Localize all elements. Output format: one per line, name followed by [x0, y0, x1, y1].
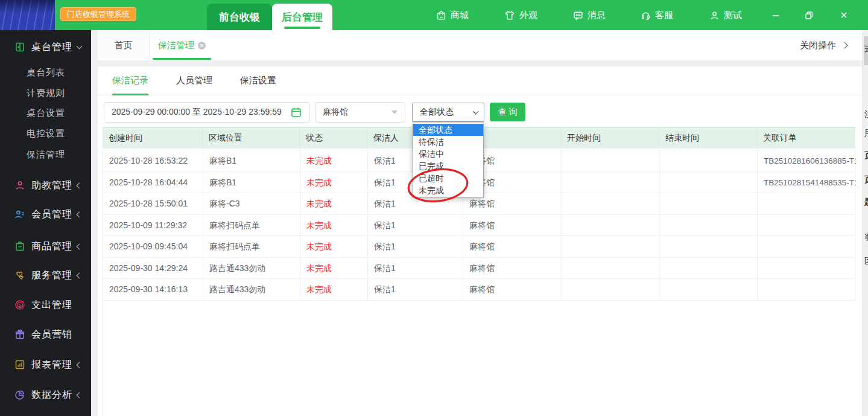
tab-back-admin-label: 后台管理 [282, 10, 323, 24]
sidebar-item-billing-rules[interactable]: 计费规则 [0, 83, 91, 103]
chevron-left-icon [77, 182, 83, 188]
dropdown-option[interactable]: 已完成 [413, 160, 483, 172]
tab-front-cashier[interactable]: 前台收银 [207, 4, 272, 30]
page-tabbar: 首页 保洁管理 关闭操作 [98, 30, 863, 60]
table-left-border-extension [103, 300, 103, 416]
appearance-icon [504, 10, 515, 21]
nav-messages-label: 消息 [588, 10, 606, 21]
dropdown-option[interactable]: 待保洁 [413, 136, 483, 148]
chevron-left-icon [77, 392, 83, 398]
table-icon [14, 42, 25, 53]
subtab-cleaning-settings[interactable]: 保洁设置 [240, 66, 276, 95]
nav-appearance[interactable]: 外观 [504, 0, 537, 30]
dropdown-option[interactable]: 已超时 [413, 172, 483, 184]
close-operations-button[interactable]: 关闭操作 [800, 30, 847, 60]
sidebar-item-table-settings[interactable]: 桌台设置 [0, 103, 91, 123]
nav-support[interactable]: 客服 [641, 0, 673, 30]
right-edge-clipped-window[interactable]: 式 注 用 页 页 题 客 区 [863, 33, 868, 416]
table-row: 2025-09-30 14:16:13路吉通433勿动未完成保洁1麻将馆 [103, 279, 855, 301]
tab-cleaning-manage[interactable]: 保洁管理 [150, 30, 214, 60]
nav-support-label: 客服 [655, 10, 673, 21]
nav-messages[interactable]: 消息 [573, 0, 606, 30]
window-minimize-button[interactable] [767, 0, 785, 30]
nav-mall[interactable]: 商城 [436, 0, 469, 30]
chevron-left-icon [77, 211, 83, 217]
window-restore-button[interactable] [800, 0, 818, 30]
table-row: 2025-09-30 14:29:24路吉通433勿动未完成保洁1麻将馆 [103, 258, 855, 280]
restore-icon [805, 11, 814, 20]
sidebar: 桌台管理 桌台列表 计费规则 桌台设置 电控设置 保洁管理 助教管理 会员管理 … [0, 30, 91, 416]
sidebar-item-report-manage[interactable]: 报表管理 [0, 354, 91, 375]
chevron-down-icon [473, 109, 479, 115]
dropdown-option[interactable]: 全部状态 [413, 124, 483, 136]
status-badge: 未完成 [300, 215, 368, 237]
sidebar-item-power-control[interactable]: 电控设置 [0, 123, 91, 144]
status-badge: 未完成 [300, 193, 368, 215]
sidebar-item-table-manage[interactable]: 桌台管理 [0, 37, 91, 57]
sidebar-item-member-marketing[interactable]: 会员营销 [0, 324, 91, 345]
goods-icon [14, 241, 25, 252]
window-close-button[interactable] [835, 0, 853, 30]
tab-front-cashier-label: 前台收银 [219, 10, 260, 24]
user-icon [709, 10, 720, 21]
status-dropdown-list: 全部状态 待保洁 保洁中 已完成 已超时 未完成 [413, 123, 484, 197]
sidebar-item-assistant-manage[interactable]: 助教管理 [0, 175, 91, 196]
chevron-right-icon [841, 42, 847, 48]
content-card: 保洁记录 人员管理 保洁设置 麻将馆 全部状态 查 询 创建时间 区域位置 状态… [98, 66, 863, 416]
status-badge: 未完成 [300, 172, 368, 194]
date-range-input[interactable] [104, 102, 310, 123]
sidebar-item-member-manage[interactable]: 会员管理 [0, 204, 91, 225]
status-badge: 未完成 [300, 150, 368, 172]
support-icon [641, 10, 651, 21]
message-icon [573, 10, 583, 21]
active-page-tab-underline [153, 58, 211, 60]
sidebar-item-expense-manage[interactable]: $ 支出管理 [0, 295, 91, 315]
table-row: 2025-10-09 11:29:32麻将扫码点单未完成保洁1麻将馆 [103, 215, 855, 237]
chevron-left-icon [77, 362, 83, 368]
analysis-icon [14, 389, 25, 400]
sidebar-item-table-list[interactable]: 桌台列表 [0, 62, 91, 83]
tab-close-icon[interactable] [198, 42, 206, 50]
table-row: 2025-10-09 09:45:04麻将扫码点单未完成保洁1麻将馆 [103, 236, 855, 258]
chevron-left-icon [77, 272, 83, 278]
subtab-cleaning-records[interactable]: 保洁记录 [112, 66, 148, 95]
tab-back-admin[interactable]: 后台管理 [272, 4, 332, 30]
camera-thumbnail [0, 0, 55, 30]
subtab-bar: 保洁记录 人员管理 保洁设置 [98, 66, 863, 95]
sidebar-item-cleaning-manage[interactable]: 保洁管理 [0, 144, 91, 165]
member-icon [14, 209, 25, 220]
sidebar-item-label: 桌台管理 [31, 41, 72, 54]
status-select[interactable]: 全部状态 [412, 103, 484, 122]
active-tab-underline [284, 27, 320, 29]
marketing-icon [14, 329, 25, 340]
dropdown-option[interactable]: 未完成 [413, 184, 483, 196]
close-icon [840, 11, 848, 19]
nav-appearance-label: 外观 [519, 10, 537, 21]
chevron-left-icon [77, 243, 83, 249]
mall-icon [436, 10, 446, 21]
minimize-icon [771, 11, 780, 19]
report-icon [14, 359, 25, 370]
nav-account[interactable]: 测试 [709, 0, 742, 30]
nav-account-label: 测试 [724, 10, 742, 21]
titlebar: 门店收银管理系统 前台收银 后台管理 商城 外观 消息 客服 测试 [0, 0, 868, 30]
svg-text:$: $ [19, 302, 22, 308]
calendar-icon[interactable] [291, 107, 302, 118]
status-badge: 未完成 [300, 279, 368, 301]
status-badge: 未完成 [300, 258, 368, 280]
tab-home[interactable]: 首页 [98, 30, 150, 60]
assistant-icon [14, 180, 25, 191]
chevron-down-icon [77, 43, 83, 50]
subtab-staff-manage[interactable]: 人员管理 [176, 66, 212, 95]
nav-mall-label: 商城 [451, 10, 469, 21]
status-badge: 未完成 [300, 236, 368, 258]
query-button[interactable]: 查 询 [490, 103, 525, 121]
dropdown-option[interactable]: 保洁中 [413, 148, 483, 160]
expense-icon: $ [14, 299, 25, 310]
sidebar-item-goods-manage[interactable]: 商品管理 [0, 236, 91, 257]
sidebar-item-service-manage[interactable]: 服务管理 [0, 265, 91, 286]
caret-down-icon [391, 110, 398, 114]
service-icon [14, 270, 25, 281]
venue-select[interactable]: 麻将馆 [315, 102, 405, 123]
sidebar-item-data-analysis[interactable]: 数据分析 [0, 385, 91, 405]
